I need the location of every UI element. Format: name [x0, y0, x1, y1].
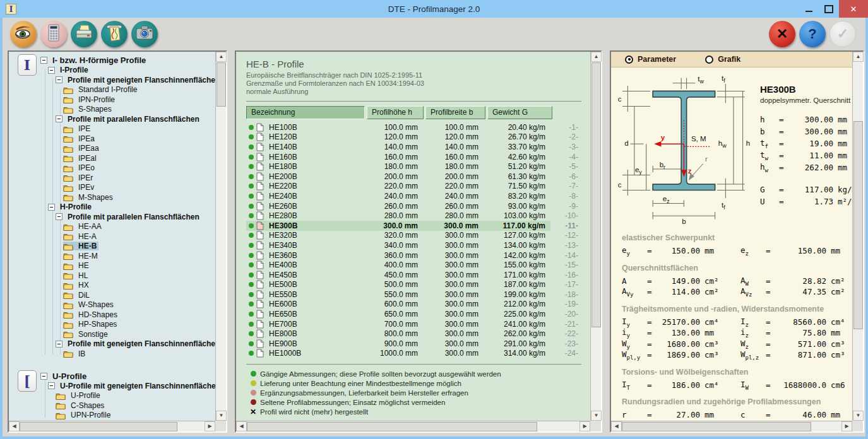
tree-collapse-icon[interactable] — [40, 57, 47, 64]
tree-item-i-profile[interactable]: I-Profile — [9, 66, 215, 76]
tree-item-iper[interactable]: IPEr — [9, 173, 215, 183]
close-button[interactable]: ✕ — [839, 0, 868, 18]
tree-vertical-scrollbar[interactable]: ▲ ▼ — [215, 52, 226, 421]
tree-item-he-m[interactable]: HE-M — [9, 251, 215, 261]
list-vertical-scrollbar[interactable]: ▲ ▼ — [590, 52, 601, 421]
table-row-he400b[interactable]: HE400B400.0 mm300.0 mm155.00 kg/m-15- — [246, 260, 590, 270]
tree-item-dil[interactable]: DiL — [9, 290, 215, 300]
table-row-he600b[interactable]: HE600B600.0 mm300.0 mm212.00 kg/m-19- — [246, 300, 590, 310]
scroll-right-arrow[interactable]: ▶ — [205, 421, 215, 431]
tree-item-ib[interactable]: IB — [9, 349, 215, 359]
scroll-left-arrow[interactable]: ◀ — [9, 421, 20, 431]
table-row-he450b[interactable]: HE450B450.0 mm300.0 mm171.00 kg/m-16- — [246, 270, 590, 280]
detail-horizontal-scrollbar[interactable]: ◀ ▶ — [611, 421, 852, 431]
table-row-he100b[interactable]: HE100B100.0 mm100.0 mm20.40 kg/m-1- — [246, 122, 590, 132]
table-row-he800b[interactable]: HE800B800.0 mm300.0 mm262.00 kg/m-22- — [246, 329, 590, 339]
table-row-he260b[interactable]: HE260B260.0 mm260.0 mm93.00 kg/m-9- — [246, 201, 590, 211]
snapshot-button[interactable] — [131, 21, 158, 47]
minimize-button[interactable] — [799, 0, 819, 18]
table-row-he650b[interactable]: HE650B650.0 mm300.0 mm225.00 kg/m-20- — [246, 309, 590, 319]
calculator-button[interactable] — [40, 21, 67, 47]
radio-grafik[interactable]: Grafik — [705, 55, 740, 64]
table-row-he280b[interactable]: HE280B280.0 mm280.0 mm103.00 kg/m-10- — [246, 211, 590, 221]
column-header-profilbreite[interactable]: Profilbreite b — [425, 106, 485, 119]
tree-item-upn-profile[interactable]: UPN-Profile — [9, 411, 215, 421]
plot-button[interactable] — [101, 21, 128, 47]
tree-item-c-shapes[interactable]: C-Shapes — [9, 401, 215, 411]
table-row-he140b[interactable]: HE140B140.0 mm140.0 mm33.70 kg/m-3- — [246, 142, 590, 152]
detail-vertical-scrollbar[interactable]: ▲ ▼ — [852, 52, 863, 421]
tree-item-standard-i-profile[interactable]: Standard I-Profile — [9, 85, 215, 95]
table-row-he500b[interactable]: HE500B500.0 mm300.0 mm187.00 kg/m-17- — [246, 280, 590, 290]
tree-item-i-bzw-h-f-rmige-profile[interactable]: II- bzw. H-förmige Profile — [9, 56, 215, 66]
column-header-bezeichnung[interactable]: Bezeichnung — [246, 106, 365, 119]
scrollbar-thumb[interactable] — [247, 422, 537, 431]
scrollbar-thumb[interactable] — [217, 62, 226, 107]
maximize-button[interactable] — [819, 0, 839, 18]
tree-item-he-a[interactable]: HE-A — [9, 231, 215, 242]
scroll-down-arrow[interactable]: ▼ — [591, 411, 602, 421]
scroll-right-arrow[interactable]: ▶ — [841, 421, 852, 431]
tree-item-he[interactable]: HE — [9, 261, 215, 271]
table-row-he200b[interactable]: HE200B200.0 mm200.0 mm61.30 kg/m-6- — [246, 172, 590, 182]
table-row-he180b[interactable]: HE180B180.0 mm180.0 mm51.20 kg/m-5- — [246, 161, 590, 172]
tree-collapse-icon[interactable] — [56, 341, 62, 348]
scroll-left-arrow[interactable]: ◀ — [611, 421, 622, 431]
scroll-right-arrow[interactable]: ▶ — [580, 421, 590, 431]
tree-item-hx[interactable]: HX — [9, 281, 215, 291]
tree-item-ipev[interactable]: IPEv — [9, 183, 215, 193]
table-row-he220b[interactable]: HE220B220.0 mm220.0 mm71.50 kg/m-7- — [246, 182, 590, 192]
tree-item-u-profile-mit-geneigten-flanschinnenfl-chen[interactable]: U-Profile mit geneigten Flanschinnenfläc… — [9, 381, 215, 391]
tree-item-h-profile[interactable]: H-Profile — [9, 202, 215, 213]
tree-item-ipea[interactable]: IPEa — [9, 134, 215, 144]
tree-item-profile-mit-parallelen-flanschfl-chen[interactable]: Profile mit parallelen Flanschflächen — [9, 212, 215, 222]
scrollbar-thumb[interactable] — [622, 422, 811, 431]
tree-collapse-icon[interactable] — [48, 204, 55, 211]
tree-collapse-icon[interactable] — [56, 213, 62, 220]
column-header-gewicht[interactable]: Gewicht G — [487, 106, 552, 119]
column-header-profilhoehe[interactable]: Profilhöhe h — [367, 106, 424, 119]
tree-item-he-aa[interactable]: HE-AA — [9, 222, 215, 232]
radio-parameter[interactable]: Parameter — [625, 55, 676, 64]
confirm-button[interactable]: ✓ — [829, 21, 856, 47]
table-row-he160b[interactable]: HE160B160.0 mm160.0 mm42.60 kg/m-4- — [246, 152, 590, 162]
tree-item-ipe[interactable]: IPE — [9, 124, 215, 134]
tree-item-m-shapes[interactable]: M-Shapes — [9, 192, 215, 202]
tree-item-ipn-profile[interactable]: IPN-Profile — [9, 95, 215, 105]
tree-item-s-shapes[interactable]: S-Shapes — [9, 105, 215, 115]
tree-collapse-icon[interactable] — [40, 373, 47, 380]
table-row-he240b[interactable]: HE240B240.0 mm240.0 mm83.20 kg/m-8- — [246, 191, 590, 201]
table-row-he900b[interactable]: HE900B900.0 mm300.0 mm291.00 kg/m-23- — [246, 339, 590, 349]
tree-collapse-icon[interactable] — [48, 67, 55, 74]
list-horizontal-scrollbar[interactable]: ◀ ▶ — [236, 421, 590, 431]
tree-item-w-shapes[interactable]: W-Shapes — [9, 300, 215, 310]
print-button[interactable] — [71, 21, 97, 47]
tree-item-hp-shapes[interactable]: HP-Shapes — [9, 320, 215, 330]
table-row-he700b[interactable]: HE700B700.0 mm300.0 mm241.00 kg/m-21- — [246, 319, 590, 329]
tree-item-profile-mit-geneigten-flanschinnenfl-chen[interactable]: Profile mit geneigten Flanschinnenfläche… — [9, 339, 215, 349]
tree-item-profile-mit-geneigten-flanschinnenfl-chen[interactable]: Profile mit geneigten Flanschinnenfläche… — [9, 75, 215, 85]
tree-item-he-b[interactable]: HE-B — [9, 242, 215, 252]
scrollbar-thumb[interactable] — [20, 422, 177, 431]
table-row-he1000b[interactable]: HE1000B1000.0 mm300.0 mm314.00 kg/m-24- — [246, 349, 590, 359]
cancel-button[interactable]: ✕ — [769, 21, 795, 47]
scroll-down-arrow[interactable]: ▼ — [853, 411, 864, 421]
table-row-he120b[interactable]: HE120B120.0 mm120.0 mm26.70 kg/m-2- — [246, 132, 590, 143]
scroll-up-arrow[interactable]: ▲ — [853, 52, 864, 62]
scroll-down-arrow[interactable]: ▼ — [216, 411, 227, 421]
tree-item-ipeo[interactable]: IPEo — [9, 163, 215, 173]
scrollbar-thumb[interactable] — [592, 62, 601, 327]
scroll-up-arrow[interactable]: ▲ — [216, 52, 227, 62]
tree-item-hd-shapes[interactable]: HD-Shapes — [9, 310, 215, 320]
help-button[interactable]: ? — [799, 21, 826, 47]
table-row-he360b[interactable]: HE360B360.0 mm300.0 mm142.00 kg/m-14- — [246, 250, 590, 260]
tree-item-ipeal[interactable]: IPEal — [9, 153, 215, 163]
tree-collapse-icon[interactable] — [56, 76, 62, 83]
tree-item-hl[interactable]: HL — [9, 271, 215, 281]
tree-item-sonstige[interactable]: Sonstige — [9, 329, 215, 339]
tree-item-u-profile[interactable]: U-Profile — [9, 391, 215, 401]
scrollbar-thumb[interactable] — [853, 121, 863, 329]
table-row-he320b[interactable]: HE320B320.0 mm300.0 mm127.00 kg/m-12- — [246, 231, 590, 241]
table-row-he340b[interactable]: HE340B340.0 mm300.0 mm134.00 kg/m-13- — [246, 240, 590, 250]
tree-item-u-profile[interactable]: [U-Profile — [9, 372, 215, 382]
